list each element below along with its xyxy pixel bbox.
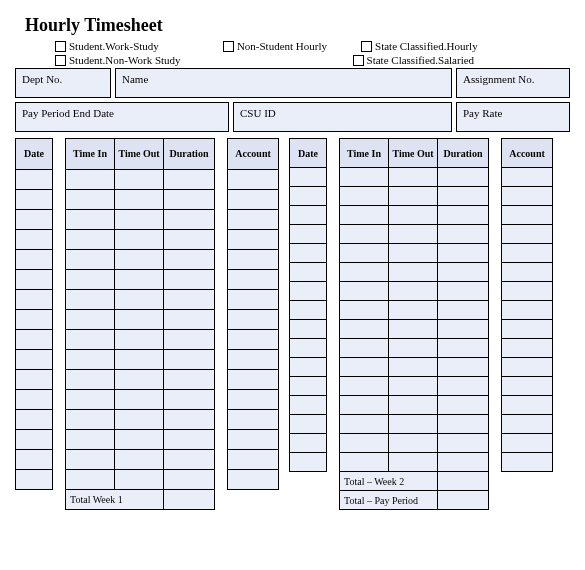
cell-account[interactable] bbox=[502, 244, 553, 263]
cell-account[interactable] bbox=[502, 434, 553, 453]
cell-timeout[interactable] bbox=[389, 415, 438, 434]
cell-account[interactable] bbox=[228, 349, 279, 369]
cell-duration[interactable] bbox=[438, 377, 489, 396]
cell-timein[interactable] bbox=[66, 289, 115, 309]
cell-account[interactable] bbox=[502, 320, 553, 339]
cell-duration[interactable] bbox=[438, 263, 489, 282]
cell-timeout[interactable] bbox=[389, 358, 438, 377]
cell-date[interactable] bbox=[290, 301, 327, 320]
cell-timeout[interactable] bbox=[389, 453, 438, 472]
cell-account[interactable] bbox=[502, 453, 553, 472]
cell-account[interactable] bbox=[502, 339, 553, 358]
csu-id-field[interactable]: CSU ID bbox=[233, 102, 452, 132]
cell-duration[interactable] bbox=[164, 309, 215, 329]
cell-timein[interactable] bbox=[340, 377, 389, 396]
cell-timein[interactable] bbox=[66, 189, 115, 209]
cell-date[interactable] bbox=[16, 449, 53, 469]
cell-timein[interactable] bbox=[340, 263, 389, 282]
cell-duration[interactable] bbox=[438, 396, 489, 415]
cell-date[interactable] bbox=[16, 469, 53, 489]
cell-date[interactable] bbox=[290, 320, 327, 339]
cell-date[interactable] bbox=[290, 282, 327, 301]
cell-account[interactable] bbox=[228, 289, 279, 309]
total-week1-value[interactable] bbox=[164, 489, 215, 509]
cell-timein[interactable] bbox=[66, 209, 115, 229]
cell-duration[interactable] bbox=[438, 301, 489, 320]
cell-date[interactable] bbox=[16, 189, 53, 209]
cell-timeout[interactable] bbox=[115, 389, 164, 409]
cell-date[interactable] bbox=[290, 187, 327, 206]
cell-date[interactable] bbox=[290, 244, 327, 263]
cell-duration[interactable] bbox=[164, 209, 215, 229]
cell-duration[interactable] bbox=[438, 320, 489, 339]
cell-duration[interactable] bbox=[438, 187, 489, 206]
check-student-non-work-study[interactable]: Student.Non-Work Study bbox=[55, 54, 181, 66]
dept-no-field[interactable]: Dept No. bbox=[15, 68, 111, 98]
cell-timeout[interactable] bbox=[115, 469, 164, 489]
cell-account[interactable] bbox=[502, 282, 553, 301]
cell-date[interactable] bbox=[16, 289, 53, 309]
cell-timein[interactable] bbox=[340, 415, 389, 434]
cell-timeout[interactable] bbox=[389, 225, 438, 244]
check-state-classified-salaried[interactable]: State Classified.Salaried bbox=[353, 54, 475, 66]
cell-account[interactable] bbox=[502, 263, 553, 282]
cell-account[interactable] bbox=[228, 309, 279, 329]
cell-date[interactable] bbox=[290, 225, 327, 244]
cell-timeout[interactable] bbox=[115, 249, 164, 269]
cell-account[interactable] bbox=[228, 329, 279, 349]
cell-date[interactable] bbox=[16, 209, 53, 229]
cell-timeout[interactable] bbox=[115, 169, 164, 189]
cell-account[interactable] bbox=[228, 429, 279, 449]
cell-timein[interactable] bbox=[66, 409, 115, 429]
cell-account[interactable] bbox=[502, 396, 553, 415]
cell-account[interactable] bbox=[502, 225, 553, 244]
cell-date[interactable] bbox=[16, 369, 53, 389]
assignment-no-field[interactable]: Assignment No. bbox=[456, 68, 570, 98]
cell-timeout[interactable] bbox=[115, 189, 164, 209]
cell-timein[interactable] bbox=[340, 168, 389, 187]
cell-account[interactable] bbox=[228, 249, 279, 269]
cell-timeout[interactable] bbox=[389, 320, 438, 339]
cell-date[interactable] bbox=[290, 339, 327, 358]
cell-duration[interactable] bbox=[438, 282, 489, 301]
cell-date[interactable] bbox=[290, 168, 327, 187]
cell-account[interactable] bbox=[228, 409, 279, 429]
total-payperiod-value[interactable] bbox=[438, 491, 489, 510]
cell-account[interactable] bbox=[502, 187, 553, 206]
cell-date[interactable] bbox=[290, 396, 327, 415]
cell-timein[interactable] bbox=[66, 349, 115, 369]
cell-duration[interactable] bbox=[164, 169, 215, 189]
cell-timein[interactable] bbox=[66, 329, 115, 349]
cell-account[interactable] bbox=[502, 206, 553, 225]
cell-date[interactable] bbox=[16, 249, 53, 269]
cell-timein[interactable] bbox=[340, 396, 389, 415]
cell-duration[interactable] bbox=[438, 225, 489, 244]
cell-duration[interactable] bbox=[438, 206, 489, 225]
cell-date[interactable] bbox=[16, 229, 53, 249]
check-state-classified-hourly[interactable]: State Classified.Hourly bbox=[361, 40, 478, 52]
cell-timeout[interactable] bbox=[389, 187, 438, 206]
cell-timeout[interactable] bbox=[389, 263, 438, 282]
cell-duration[interactable] bbox=[438, 358, 489, 377]
cell-timein[interactable] bbox=[66, 369, 115, 389]
cell-date[interactable] bbox=[290, 453, 327, 472]
cell-timeout[interactable] bbox=[389, 282, 438, 301]
cell-date[interactable] bbox=[290, 415, 327, 434]
cell-date[interactable] bbox=[290, 377, 327, 396]
cell-timein[interactable] bbox=[340, 225, 389, 244]
pay-rate-field[interactable]: Pay Rate bbox=[456, 102, 570, 132]
cell-date[interactable] bbox=[16, 269, 53, 289]
cell-duration[interactable] bbox=[438, 244, 489, 263]
cell-timeout[interactable] bbox=[389, 301, 438, 320]
cell-duration[interactable] bbox=[164, 329, 215, 349]
cell-timeout[interactable] bbox=[389, 244, 438, 263]
cell-timeout[interactable] bbox=[389, 396, 438, 415]
cell-account[interactable] bbox=[228, 389, 279, 409]
cell-duration[interactable] bbox=[164, 369, 215, 389]
cell-timein[interactable] bbox=[66, 169, 115, 189]
cell-duration[interactable] bbox=[164, 449, 215, 469]
cell-duration[interactable] bbox=[438, 339, 489, 358]
cell-duration[interactable] bbox=[438, 434, 489, 453]
cell-duration[interactable] bbox=[438, 453, 489, 472]
cell-timein[interactable] bbox=[66, 229, 115, 249]
